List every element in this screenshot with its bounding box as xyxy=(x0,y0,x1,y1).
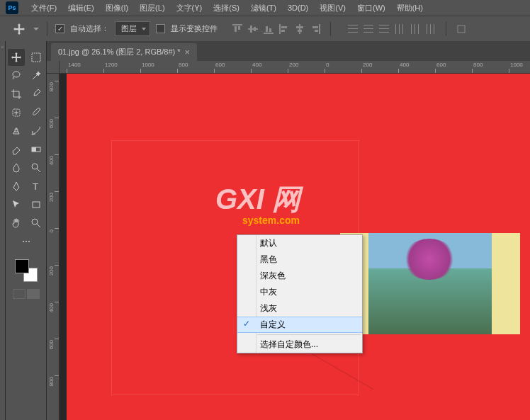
history-brush-tool[interactable] xyxy=(28,123,45,140)
move-tool[interactable] xyxy=(8,49,25,66)
divider xyxy=(47,22,47,36)
svg-rect-7 xyxy=(266,26,268,32)
svg-rect-44 xyxy=(33,202,40,208)
align-group xyxy=(230,22,322,36)
align-bottom-icon[interactable] xyxy=(261,22,276,36)
dodge-tool[interactable] xyxy=(28,159,45,176)
svg-rect-3 xyxy=(248,28,258,30)
distribute-hcenter-icon[interactable] xyxy=(408,22,422,36)
lasso-tool[interactable] xyxy=(8,67,25,84)
svg-rect-32 xyxy=(418,24,419,34)
quickmask-mode-icon[interactable] xyxy=(27,289,40,299)
divider xyxy=(330,22,331,36)
path-selection-tool[interactable] xyxy=(8,196,25,213)
optionsbar: 自动选择： 图层 显示变换控件 xyxy=(0,16,530,41)
align-vcenter-icon[interactable] xyxy=(246,22,260,36)
edit-toolbar[interactable] xyxy=(18,233,35,250)
menu-type[interactable]: 文字(Y) xyxy=(171,3,208,13)
svg-point-42 xyxy=(32,164,38,169)
auto-select-label: 自动选择： xyxy=(70,23,109,34)
menu-window[interactable]: 窗口(W) xyxy=(351,3,391,13)
auto-select-checkbox[interactable] xyxy=(55,24,64,33)
svg-rect-16 xyxy=(312,26,318,28)
align-top-icon[interactable] xyxy=(230,22,244,36)
svg-rect-6 xyxy=(264,33,274,34)
svg-rect-18 xyxy=(348,25,358,25)
ctx-item-lightgray[interactable]: 浅灰 xyxy=(237,300,362,317)
context-menu: 默认 黑色 深灰色 中灰 浅灰 ✓ 自定义 选择自定颜色... xyxy=(237,234,363,353)
svg-rect-21 xyxy=(363,25,373,25)
blur-tool[interactable] xyxy=(8,159,25,176)
main-area: T 01.jpg @ 26.1% (图层 2, RGB/8#) * × xyxy=(0,41,530,420)
menu-file[interactable]: 文件(F) xyxy=(26,3,62,13)
magic-wand-tool[interactable] xyxy=(28,67,45,84)
distribute-top-icon[interactable] xyxy=(346,22,360,36)
brush-tool[interactable] xyxy=(28,104,45,121)
align-left-icon[interactable] xyxy=(277,22,291,36)
menu-help[interactable]: 帮助(H) xyxy=(391,3,429,13)
menu-layer[interactable]: 图层(L) xyxy=(134,3,170,13)
placed-image[interactable] xyxy=(340,233,520,334)
rectangle-tool[interactable] xyxy=(28,196,45,213)
distribute-vcenter-icon[interactable] xyxy=(361,22,376,36)
distribute-bottom-icon[interactable] xyxy=(377,22,391,36)
foreground-color[interactable] xyxy=(15,259,29,273)
ctx-item-custom[interactable]: ✓ 自定义 xyxy=(237,317,362,333)
distribute-group xyxy=(346,22,438,36)
toolbox: T xyxy=(6,41,47,420)
svg-rect-4 xyxy=(250,25,252,33)
ctx-item-black[interactable]: 黑色 xyxy=(237,251,362,268)
svg-rect-5 xyxy=(254,27,256,31)
svg-rect-15 xyxy=(319,24,320,34)
healing-brush-tool[interactable] xyxy=(8,104,25,121)
clone-stamp-tool[interactable] xyxy=(8,123,25,140)
document-tab[interactable]: 01.jpg @ 26.1% (图层 2, RGB/8#) * × xyxy=(51,43,197,61)
svg-point-46 xyxy=(23,241,24,242)
menu-image[interactable]: 图像(I) xyxy=(100,3,134,13)
align-right-icon[interactable] xyxy=(308,22,322,36)
menu-3d[interactable]: 3D(D) xyxy=(282,4,314,12)
pen-tool[interactable] xyxy=(8,178,25,195)
align-hcenter-icon[interactable] xyxy=(293,22,307,36)
move-tool-icon[interactable] xyxy=(13,23,26,35)
standard-mode-icon[interactable] xyxy=(13,289,26,299)
menu-filter[interactable]: 滤镜(T) xyxy=(245,3,282,13)
color-swatches[interactable] xyxy=(15,259,38,282)
watermark: GXI 网 system.com xyxy=(215,180,300,226)
ruler-vertical[interactable]: 8006004002000200400600800 xyxy=(47,74,60,420)
distribute-left-icon[interactable] xyxy=(393,22,407,36)
eyedropper-tool[interactable] xyxy=(28,86,45,103)
svg-rect-29 xyxy=(402,24,403,34)
eraser-tool[interactable] xyxy=(8,141,25,158)
image-content xyxy=(402,239,456,280)
menu-select[interactable]: 选择(S) xyxy=(208,3,245,13)
menubar: Ps 文件(F) 编辑(E) 图像(I) 图层(L) 文字(Y) 选择(S) 滤… xyxy=(0,0,530,16)
show-transform-checkbox[interactable] xyxy=(156,24,165,33)
ctx-item-midgray[interactable]: 中灰 xyxy=(237,284,362,300)
tab-title: 01.jpg @ 26.1% (图层 2, RGB/8#) * xyxy=(58,47,181,57)
hand-tool[interactable] xyxy=(8,215,25,232)
svg-rect-19 xyxy=(348,28,358,29)
gradient-tool[interactable] xyxy=(28,141,45,158)
panel-toggle[interactable] xyxy=(0,41,6,420)
ctx-item-default[interactable]: 默认 xyxy=(237,235,362,251)
svg-rect-17 xyxy=(315,30,318,32)
auto-align-icon[interactable] xyxy=(454,22,468,36)
tab-close-icon[interactable]: × xyxy=(185,47,191,57)
ctx-item-darkgray[interactable]: 深灰色 xyxy=(237,268,362,284)
document-area: 01.jpg @ 26.1% (图层 2, RGB/8#) * × 140012… xyxy=(47,41,530,420)
distribute-right-icon[interactable] xyxy=(424,22,438,36)
ruler-horizontal[interactable]: 1400120010008006004002000200400600800100… xyxy=(60,61,530,74)
menu-edit[interactable]: 编辑(E) xyxy=(62,3,100,13)
marquee-tool[interactable] xyxy=(28,49,45,66)
tool-preset-dropdown-icon[interactable] xyxy=(33,28,39,30)
svg-rect-41 xyxy=(32,147,36,152)
zoom-tool[interactable] xyxy=(28,215,45,232)
type-tool[interactable]: T xyxy=(28,178,45,195)
auto-select-combo[interactable]: 图层 xyxy=(115,21,150,36)
menu-view[interactable]: 视图(V) xyxy=(314,3,351,13)
ctx-item-select-color[interactable]: 选择自定颜色... xyxy=(237,336,362,353)
svg-rect-33 xyxy=(427,24,427,34)
svg-point-38 xyxy=(13,72,20,77)
crop-tool[interactable] xyxy=(8,86,25,103)
